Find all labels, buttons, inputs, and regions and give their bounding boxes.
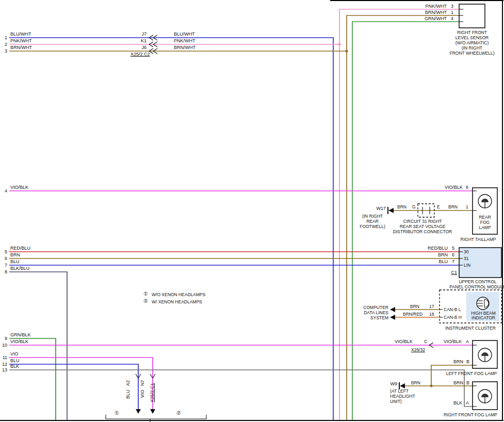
left-pin-number: 12 [2, 362, 7, 367]
pin-number: 6 [466, 185, 468, 190]
wire-vio-11 [9, 358, 153, 409]
module-pin-label: LIN [464, 263, 470, 268]
right-fog-lamp-icon [478, 389, 492, 403]
pin-number: 1 [466, 204, 468, 209]
offpage-arrow-icon [390, 307, 395, 312]
connector-name: X25/2.C1 [150, 383, 155, 402]
connector-name: DISTRIBUTOR CONNECTOR [393, 229, 452, 234]
component-name: INSTRUMENT CLUSTER [445, 326, 496, 331]
connector-name: CIRCUIT 31 RIGHT [403, 219, 442, 224]
module-pin-label: CAN-B H [444, 315, 462, 320]
left-wire-color: BLU [10, 358, 20, 363]
wire-color-label: BRN [410, 304, 419, 309]
component-name: RIGHT FRONT FOG LAMP [444, 412, 497, 417]
left-pin-number: 11 [3, 355, 7, 360]
wire-color-label: VIO [140, 389, 145, 398]
rear-fog-lamp-icon [478, 194, 492, 208]
pin-letter: B [466, 359, 469, 364]
assembly-name: RIGHT TAILLAMP [461, 237, 496, 242]
pin-number: 4 [451, 16, 453, 21]
pin-letter: G [412, 204, 416, 209]
level-sensor-box [459, 4, 485, 28]
connector-pin-label: K1 [141, 38, 147, 43]
wiring-diagram-page: 1 BLU/WHT 2 PNK/WHT 3 BRN/WHT 4 VIO/BLK … [0, 0, 504, 422]
wire-color-label: PNK/WHT [426, 4, 447, 9]
connector-pin-label: J7 [141, 31, 147, 37]
wire-color-label: BRN [448, 204, 458, 209]
wire-color-label: VIO/BLK [395, 339, 413, 344]
component-name: LEVEL SENSOR [456, 35, 489, 40]
variant-symbol: ① [115, 410, 119, 416]
left-pin-number: 9 [5, 336, 7, 341]
component-name: REAR [479, 215, 491, 220]
left-pin-number: 10 [2, 343, 7, 348]
left-wire-color: BRN [10, 252, 20, 257]
left-pin-number: 7 [5, 263, 7, 268]
component-name: (IN RIGHT [462, 45, 482, 51]
wire-color-label: VIO/BLK [445, 185, 463, 190]
wire-color-label: BLU [438, 259, 448, 264]
offpage-target: DATA LINES [364, 310, 388, 315]
legend-symbol: ① [143, 291, 148, 297]
component-name: FRONT WHEELWELL) [449, 51, 494, 56]
left-wire-color: GRN/BLK [10, 332, 31, 337]
connector-name: X26/32 [411, 347, 425, 352]
high-beam-indicator-icon [477, 297, 489, 310]
junction-dot [346, 50, 348, 53]
left-wire-color: PNK/WHT [10, 38, 32, 43]
wire-color-label: BRN/WHT [174, 45, 196, 50]
component-name: PANEL CONTROL MODULE [449, 284, 504, 289]
offpage-arrow-icon [390, 315, 395, 320]
legend-text: W/ XENON HEADLAMPS [152, 299, 202, 304]
down-arrow-icon [150, 409, 155, 414]
pin-number: 6 [452, 252, 454, 257]
ground-id: W9 [391, 381, 398, 386]
left-wire-color: BLU [10, 259, 20, 264]
indicator-name: INDICATOR [472, 315, 495, 320]
pin-letter: A [466, 339, 469, 344]
wire-blk-blu-8 [9, 272, 67, 420]
connector-pin-label: A2 [125, 380, 131, 386]
connector-name: C1 [451, 270, 457, 275]
offpage-target: COMPUTER [363, 305, 388, 310]
left-wire-color: BLU/WHT [10, 31, 31, 37]
pin-number: 5 [452, 246, 454, 251]
ground-location: FOOTWELL) [360, 224, 385, 229]
wire-color-label: PNK/WHT [174, 38, 196, 43]
component-name: FOG [480, 220, 490, 225]
ground-location: UNIT) [390, 399, 402, 404]
connector-name: X25/2.C2 [131, 52, 150, 57]
left-fog-lamp-icon [478, 348, 492, 362]
left-wire-color: BLK [10, 364, 19, 369]
component-name: (W/O AIRMATIC) [456, 40, 489, 45]
legend-symbol: ② [143, 298, 148, 304]
component-name: UPPER CONTROL [459, 279, 496, 284]
wire-color-label: BLU [125, 389, 131, 399]
left-pin-number: 2 [5, 42, 7, 47]
left-pin-number: 13 [2, 367, 7, 372]
wire-pnk-wht-bus [339, 9, 459, 420]
junction-dot [338, 43, 341, 46]
module-pin-label: CAN-B L [444, 307, 461, 312]
left-wire-color: RED/BLU [10, 246, 30, 251]
pin-letter: C [424, 339, 428, 344]
pin-number: 7 [452, 259, 454, 264]
component-name: RIGHT FRONT [457, 30, 487, 35]
junction-dot [430, 385, 433, 387]
pin-letter: A [466, 400, 469, 405]
wire-blu-wht-1 [9, 38, 333, 420]
wire-color-label: BRN [397, 204, 407, 209]
wire-color-label: BLU/WHT [174, 31, 195, 37]
pin-number: 3 [451, 4, 453, 9]
wire-color-label: BRN/RED [403, 312, 422, 317]
left-pin-number: 6 [5, 256, 7, 261]
ground-location: REAR [366, 219, 379, 224]
diagram-geometry [0, 0, 504, 422]
pin-number: 17 [429, 304, 434, 309]
module-pin-label: 31 [464, 256, 468, 261]
wire-color-label: BLK [453, 400, 462, 405]
legend-text: W/O XENON HEADLAMPS [152, 292, 205, 297]
wire-color-label: BRN [453, 359, 463, 364]
pin-number: 18 [429, 312, 434, 317]
left-pin-number: 8 [5, 269, 7, 274]
